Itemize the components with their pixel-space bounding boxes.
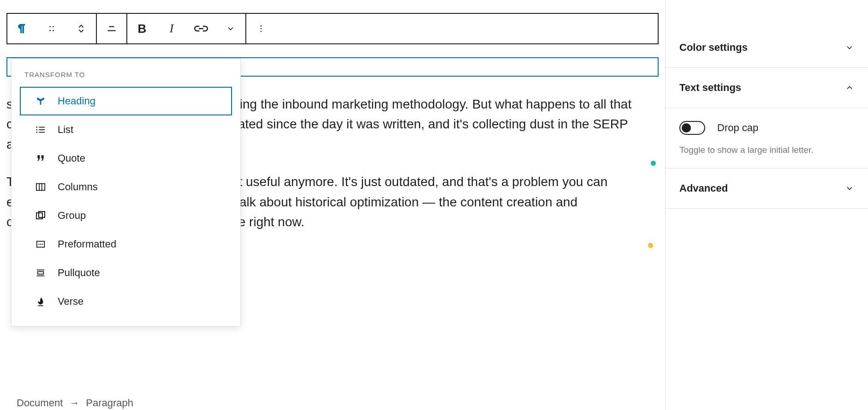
- svg-point-3: [53, 30, 54, 31]
- transform-popover: Transform to Heading List Quote Columns: [11, 58, 241, 326]
- block-toolbar: B I: [6, 13, 659, 44]
- transform-item-list[interactable]: List: [20, 115, 232, 144]
- transform-item-quote[interactable]: Quote: [20, 144, 232, 173]
- toolbar-group-block: [7, 14, 97, 43]
- italic-button[interactable]: I: [157, 14, 186, 43]
- list-icon: [34, 123, 48, 137]
- transform-item-label: Preformatted: [58, 238, 116, 250]
- svg-point-12: [36, 127, 37, 128]
- panel-text-settings[interactable]: Text settings: [666, 68, 868, 108]
- panel-advanced[interactable]: Advanced: [666, 169, 868, 209]
- transform-item-heading[interactable]: Heading: [20, 87, 232, 115]
- panel-color-settings[interactable]: Color settings: [666, 28, 868, 68]
- svg-rect-20: [36, 213, 42, 219]
- group-icon: [34, 209, 48, 223]
- breadcrumb-sep: →: [69, 397, 79, 409]
- transform-item-preformatted[interactable]: Preformatted: [20, 230, 232, 259]
- panel-title: Text settings: [679, 82, 741, 94]
- settings-sidebar: Color settings Text settings Drop cap To…: [665, 0, 868, 410]
- breadcrumb-root[interactable]: Document: [17, 397, 63, 409]
- toolbar-group-align: [97, 14, 127, 43]
- transform-item-label: Columns: [58, 181, 98, 193]
- paragraph-icon-button[interactable]: [7, 14, 37, 43]
- more-vertical-icon: [256, 24, 266, 34]
- chevron-down-icon: [226, 24, 235, 33]
- columns-icon: [34, 180, 48, 194]
- chevron-down-icon: [845, 43, 854, 52]
- svg-point-9: [261, 31, 262, 32]
- svg-point-23: [38, 244, 39, 245]
- svg-rect-17: [36, 184, 45, 191]
- bold-button[interactable]: B: [127, 14, 157, 43]
- quote-icon: [34, 151, 48, 165]
- svg-point-8: [261, 28, 262, 30]
- breadcrumb-current[interactable]: Paragraph: [86, 397, 133, 409]
- breadcrumb: Document → Paragraph: [17, 397, 133, 409]
- pullquote-icon: [34, 266, 48, 280]
- grammarly-dot-ok[interactable]: [651, 161, 656, 166]
- transform-item-group[interactable]: Group: [20, 201, 232, 230]
- transform-item-label: Heading: [58, 95, 95, 107]
- dropcap-help: Toggle to show a large initial letter.: [679, 145, 854, 155]
- panel-text-settings-body: Drop cap Toggle to show a large initial …: [666, 108, 868, 169]
- panel-title: Advanced: [679, 182, 728, 194]
- more-richtext-button[interactable]: [216, 14, 245, 43]
- dropcap-label: Drop cap: [717, 122, 758, 134]
- transform-item-pullquote[interactable]: Pullquote: [20, 259, 232, 287]
- drag-handle-button[interactable]: [37, 14, 66, 43]
- transform-item-label: Quote: [58, 152, 85, 164]
- svg-point-1: [53, 26, 54, 28]
- svg-rect-10: [40, 100, 41, 104]
- grammarly-dot-warn[interactable]: [648, 243, 653, 248]
- transform-item-label: Verse: [58, 295, 83, 308]
- svg-rect-27: [38, 271, 44, 274]
- chevron-down-icon: [845, 184, 854, 193]
- chevron-up-icon: [845, 83, 854, 92]
- svg-point-25: [42, 244, 42, 245]
- svg-rect-21: [39, 211, 45, 217]
- verse-icon: [34, 295, 48, 308]
- svg-point-2: [49, 30, 51, 31]
- svg-point-14: [36, 129, 37, 131]
- transform-item-label: Group: [58, 210, 86, 222]
- svg-point-24: [40, 244, 41, 245]
- heading-icon: [34, 94, 48, 108]
- drag-handle-icon: [47, 24, 56, 33]
- chevron-updown-icon: [76, 22, 86, 35]
- dropcap-toggle[interactable]: [679, 121, 705, 135]
- options-button[interactable]: [246, 14, 276, 43]
- preformatted-icon: [34, 237, 48, 251]
- svg-point-16: [36, 132, 37, 133]
- editor-main: B I H: [0, 0, 665, 410]
- link-button[interactable]: [186, 14, 216, 43]
- transform-title: Transform to: [12, 67, 240, 87]
- transform-item-columns[interactable]: Columns: [20, 173, 232, 201]
- toolbar-group-options: [246, 14, 276, 43]
- transform-item-label: Pullquote: [58, 267, 100, 279]
- paragraph-icon: [16, 22, 29, 35]
- transform-item-label: List: [58, 124, 73, 136]
- toolbar-group-richtext: B I: [127, 14, 246, 43]
- svg-point-7: [261, 25, 262, 27]
- panel-title: Color settings: [679, 42, 748, 54]
- align-left-icon: [106, 23, 118, 35]
- svg-point-0: [49, 26, 51, 28]
- align-button[interactable]: [97, 14, 126, 43]
- link-icon: [194, 24, 208, 34]
- transform-item-verse[interactable]: Verse: [20, 287, 232, 316]
- move-updown-button[interactable]: [66, 14, 96, 43]
